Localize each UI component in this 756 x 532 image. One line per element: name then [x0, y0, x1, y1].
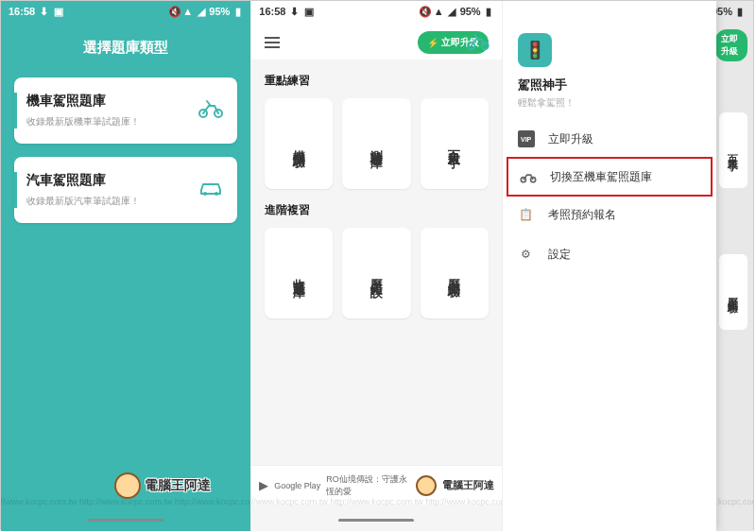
clipboard-icon: 📋 [518, 206, 535, 223]
image-icon: ▣ [53, 7, 63, 17]
bolt-icon: ⚡ [427, 38, 438, 48]
card-car-bank[interactable]: 汽車駕照題庫 收錄最新版汽車筆試題庫！ [14, 157, 237, 223]
battery-icon: ▮ [735, 7, 746, 17]
screen-select-bank: 16:58⬇▣ 🔇▲◢95%▮ 選擇題庫類型 機車駕照題庫 收錄最新版機車筆試題… [1, 1, 251, 531]
card-subtitle: 收錄最新版汽車筆試題庫！ [26, 195, 140, 208]
upgrade-button[interactable]: 立即升級 [715, 29, 747, 61]
ad-text: RO仙境傳說：守護永恆的愛 [326, 473, 409, 498]
tile-mock-test[interactable]: 模擬測驗 [265, 98, 333, 189]
android-nav-bar [251, 508, 501, 531]
section-heading: 重點練習 [251, 60, 501, 98]
status-time: 16:58 [259, 6, 285, 17]
signal-icon: ◢ [196, 7, 206, 17]
screen-practice-home: 16:58⬇▣ 🔇▲◢95%▮ ⚡立即升級 重點練習 模擬測驗 測驗題庫 百大殺… [251, 1, 502, 531]
tile-top100[interactable]: 百大殺手 [421, 98, 489, 189]
nav-pill[interactable] [88, 519, 163, 522]
battery-icon: ▮ [232, 7, 243, 17]
wifi-icon: ▲ [434, 7, 444, 17]
section-heading: 進階複習 [251, 189, 501, 228]
play-store-icon: ▶ [259, 478, 268, 492]
tile-history-wrong[interactable]: 歷史錯誤 [342, 228, 410, 318]
vip-icon: VIP [518, 130, 535, 147]
app-icon: 🚦 [518, 33, 552, 67]
svg-point-3 [215, 192, 218, 196]
brand-watermark: 電腦王阿達 [114, 472, 211, 499]
battery-icon: ▮ [484, 7, 494, 17]
card-title: 汽車駕照題庫 [26, 172, 140, 189]
status-time: 16:58 [9, 6, 35, 17]
image-icon: ▣ [303, 7, 314, 17]
brand-name: 電腦王阿達 [145, 477, 211, 494]
svg-point-2 [203, 192, 207, 196]
screen-drawer-open: 16:58⬇▣ 🔇▲◢95%▮ 立即升級 百大殺手 歷史測驗 🚦 駕照神手 輕鬆… [503, 1, 753, 531]
brand-name: 電腦王阿達 [442, 478, 494, 492]
motorcycle-icon [198, 99, 224, 122]
brand-mascot-icon [416, 475, 437, 496]
tile-favorites[interactable]: 收藏題庫 [265, 228, 333, 318]
status-battery: 95% [460, 6, 481, 17]
card-motorcycle-bank[interactable]: 機車駕照題庫 收錄最新版機車筆試題庫！ [14, 77, 237, 144]
mute-icon: 🔇 [421, 7, 431, 17]
menu-item-switch-bank[interactable]: 切換至機車駕照題庫 [507, 157, 713, 197]
car-icon [198, 179, 224, 201]
signal-icon: ◢ [447, 7, 457, 17]
page-title: 選擇題庫類型 [1, 39, 250, 57]
menu-item-upgrade[interactable]: VIP 立即升級 [503, 119, 716, 159]
download-icon: ⬇ [289, 7, 300, 17]
motorcycle-icon [520, 168, 537, 185]
status-bar: 16:58⬇▣ 🔇▲◢95%▮ [1, 1, 250, 22]
app-name: 駕照神手 [518, 77, 701, 94]
download-icon: ⬇ [39, 7, 49, 17]
motorcycle-icon [466, 33, 490, 54]
navigation-drawer: 🚦 駕照神手 輕鬆拿駕照！ VIP 立即升級 切換至機車駕照題庫 📋 考照預約報… [503, 1, 716, 531]
card-subtitle: 收錄最新版機車筆試題庫！ [26, 115, 140, 129]
tile-history-tests[interactable]: 歷史測驗 [421, 228, 489, 318]
wifi-icon: ▲ [182, 7, 193, 17]
menu-item-settings[interactable]: ⚙ 設定 [503, 234, 716, 274]
mute-icon: 🔇 [169, 7, 180, 17]
status-bar: 16:58⬇▣ 🔇▲◢95%▮ [251, 1, 501, 22]
tile-top100[interactable]: 百大殺手 [719, 112, 747, 188]
brand-mascot-icon [114, 472, 141, 499]
menu-item-booking[interactable]: 📋 考照預約報名 [503, 195, 716, 234]
gear-icon: ⚙ [518, 246, 535, 263]
status-battery: 95% [209, 6, 230, 17]
card-title: 機車駕照題庫 [26, 93, 140, 110]
android-nav-bar [1, 508, 250, 531]
tile-question-bank[interactable]: 測驗題庫 [342, 98, 410, 189]
app-slogan: 輕鬆拿駕照！ [518, 96, 701, 110]
ad-store-label: Google Play [274, 481, 320, 490]
nav-pill[interactable] [338, 519, 414, 522]
ad-banner[interactable]: ▶ Google Play RO仙境傳說：守護永恆的愛 電腦王阿達 [251, 465, 501, 505]
menu-button[interactable] [265, 37, 280, 48]
tile-history-tests[interactable]: 歷史測驗 [719, 254, 747, 330]
